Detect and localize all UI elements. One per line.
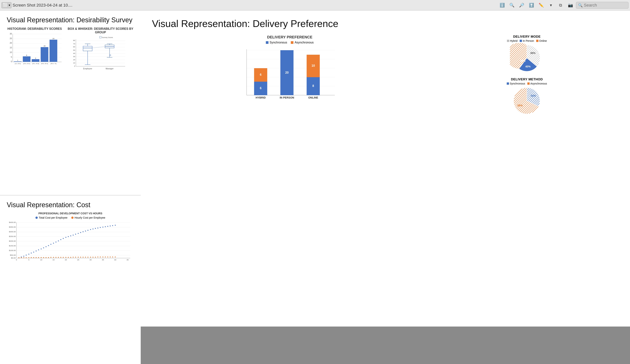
toolbar-icons: ℹ️ 🔍 🔎 ⬆️ ✏️ ▾ ⧉ 📷 🔍 (498, 1, 628, 9)
share-button[interactable]: ⬆️ (527, 1, 536, 9)
charts-row-1: HISTOGRAM: DESIRABILITY SCORES 30 25 20 … (7, 27, 134, 74)
boxwhisker-title: BOX & WHISKER: DESIRABILITY SCORES BY GR… (67, 27, 134, 34)
svg-point-102 (31, 253, 32, 253)
histogram-container: HISTOGRAM: DESIRABILITY SCORES 30 25 20 … (7, 27, 62, 74)
svg-text:HYBRID: HYBRID (256, 96, 266, 99)
svg-text:(58.4, 70]: (58.4, 70] (50, 63, 56, 65)
legend-sync: Synchronous (270, 41, 287, 44)
sidebar-button[interactable]: ⧉ (556, 1, 565, 9)
filename: Screen Shot 2023-04-24 at 10.... (12, 3, 72, 8)
svg-text:ONLINE: ONLINE (308, 96, 318, 99)
svg-text:$250.00: $250.00 (9, 235, 16, 237)
bottom-gray-area (141, 327, 630, 364)
svg-text:15: 15 (52, 259, 55, 261)
svg-point-171 (102, 256, 103, 257)
svg-point-137 (18, 257, 19, 258)
svg-text:Survey Score: Survey Score (102, 36, 113, 38)
svg-text:$0.00: $0.00 (11, 257, 16, 259)
svg-point-110 (50, 244, 52, 245)
svg-point-135 (112, 225, 113, 226)
slide-cost: Visual Representation: Cost PROFESSIONAL… (0, 195, 141, 364)
svg-text:20: 20 (10, 42, 12, 44)
svg-text:6: 6 (260, 87, 262, 90)
svg-point-175 (112, 256, 113, 257)
svg-text:Employee: Employee (83, 67, 92, 70)
page-icon: ⬜ (3, 3, 8, 8)
svg-point-170 (100, 256, 101, 257)
svg-point-129 (97, 228, 98, 228)
search-input[interactable] (584, 3, 626, 8)
svg-text:20: 20 (73, 59, 75, 61)
delivery-pie-section: DELIVERY MODE Hybrid In Person Online (435, 35, 619, 116)
zoom-in-button[interactable]: 🔎 (518, 1, 526, 9)
svg-text:40%: 40% (525, 65, 531, 68)
svg-text:24%: 24% (520, 59, 526, 62)
zoom-out-button[interactable]: 🔍 (508, 1, 516, 9)
svg-point-107 (43, 247, 44, 248)
svg-text:3: 3 (35, 57, 36, 59)
delivery-mode-svg: 36% 24% 40% (510, 43, 544, 73)
svg-point-146 (41, 257, 42, 258)
svg-point-103 (33, 252, 34, 253)
cost-legend-total: Total Cost per Employee (39, 216, 68, 219)
svg-point-100 (26, 255, 27, 256)
svg-point-112 (56, 241, 56, 242)
annotate-button[interactable]: ✏️ (537, 1, 545, 9)
boxwhisker-container: BOX & WHISKER: DESIRABILITY SCORES BY GR… (67, 27, 134, 74)
svg-text:60: 60 (73, 46, 75, 48)
camera-button[interactable]: 📷 (566, 1, 574, 9)
svg-text:50: 50 (73, 49, 75, 51)
svg-text:10: 10 (312, 64, 315, 67)
svg-point-111 (53, 243, 54, 244)
svg-point-144 (36, 257, 36, 258)
svg-text:1: 1 (17, 60, 18, 61)
svg-point-138 (21, 257, 22, 258)
svg-point-153 (58, 257, 59, 258)
svg-point-150 (50, 257, 52, 258)
svg-point-130 (100, 227, 101, 228)
slide3-title: Visual Representation: Delivery Preferen… (152, 18, 619, 29)
svg-point-133 (107, 226, 108, 227)
cost-svg: $400.00 $350.00 $300.00 $250.00 $200.00 … (7, 220, 134, 262)
svg-text:24: 24 (52, 38, 54, 39)
svg-point-134 (110, 225, 111, 226)
svg-text:[12, 23.6]: [12, 23.6] (15, 63, 21, 65)
delivery-mode-pie-wrapper: DELIVERY MODE Hybrid In Person Online (435, 35, 619, 73)
svg-point-109 (48, 245, 49, 246)
svg-point-132 (105, 226, 106, 227)
svg-point-126 (90, 229, 91, 230)
doc-selector[interactable]: ⬜ ▾ (2, 2, 12, 8)
svg-rect-22 (40, 47, 48, 62)
svg-text:(46.8, 58.4]: (46.8, 58.4] (41, 63, 48, 65)
svg-point-163 (82, 257, 84, 258)
info-button[interactable]: ℹ️ (498, 1, 506, 9)
svg-point-125 (88, 230, 88, 231)
search-icon: 🔍 (578, 3, 583, 7)
annotate-dropdown[interactable]: ▾ (547, 1, 555, 9)
delivery-legend: Synchronous Asynchronous (152, 41, 428, 44)
slide1-title: Visual Representation: Desirability Surv… (7, 16, 134, 24)
svg-point-136 (115, 225, 116, 226)
svg-point-143 (33, 257, 34, 258)
svg-text:$200.00: $200.00 (9, 240, 16, 242)
svg-point-162 (80, 257, 81, 258)
svg-text:68%: 68% (518, 104, 523, 107)
svg-text:(23.6, 35.2]: (23.6, 35.2] (23, 63, 30, 65)
svg-text:$100.00: $100.00 (9, 249, 16, 251)
svg-text:$150.00: $150.00 (9, 245, 16, 247)
svg-text:0: 0 (16, 259, 17, 261)
delivery-method-title: DELIVERY METHOD (511, 78, 543, 81)
svg-rect-20 (32, 59, 40, 62)
svg-point-119 (72, 234, 74, 235)
svg-point-149 (48, 257, 49, 258)
svg-point-152 (56, 257, 56, 258)
svg-point-64 (110, 55, 111, 56)
svg-point-113 (58, 240, 59, 241)
svg-point-123 (82, 231, 84, 232)
svg-rect-18 (23, 56, 30, 62)
svg-text:10: 10 (73, 62, 75, 64)
delivery-mode-legend: Hybrid In Person Online (507, 39, 547, 42)
svg-text:6: 6 (26, 54, 27, 56)
svg-point-101 (28, 254, 29, 255)
svg-point-140 (26, 257, 27, 258)
